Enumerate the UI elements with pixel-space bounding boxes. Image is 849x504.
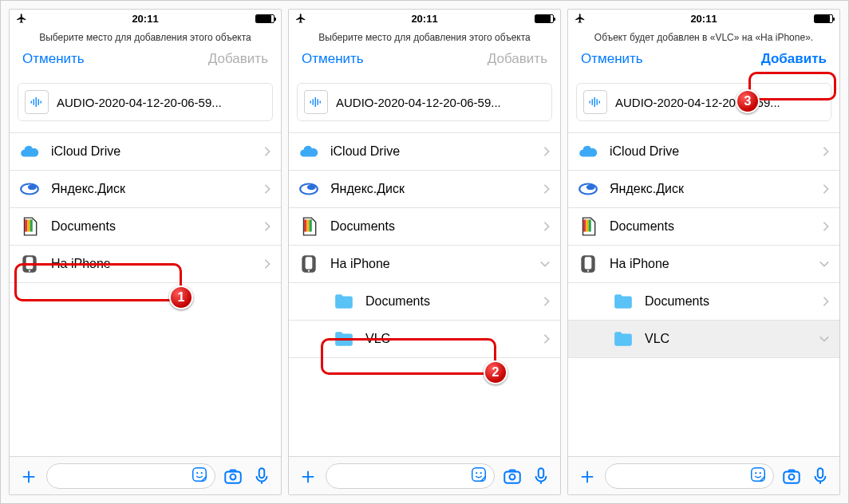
location-label: iCloud Drive [51,144,120,159]
screen-2: 20:11 Выберите место для добавления этог… [288,9,561,495]
location-yandex[interactable]: Яндекс.Диск [10,171,281,208]
chevron-right-icon [263,221,271,232]
plus-button[interactable]: ＋ [18,465,40,487]
location-label: Documents [330,219,395,234]
file-card: AUDIO-2020-04-12-20-06-59... [297,83,552,121]
yandex-disk-icon [19,179,40,199]
svg-rect-3 [38,99,40,105]
svg-rect-1 [34,99,35,105]
file-name: AUDIO-2020-04-12-20-06-59... [336,96,501,109]
status-bar: 20:11 [289,10,560,27]
location-label: iCloud Drive [330,144,400,159]
step-badge: 3 [736,89,760,113]
message-input[interactable] [605,463,774,489]
svg-rect-47 [818,468,823,478]
cancel-button[interactable]: Отменить [576,49,648,69]
subfolder-vlc[interactable]: VLC [568,321,839,358]
cancel-button[interactable]: Отменить [18,49,89,69]
location-documents[interactable]: Documents [10,208,281,246]
location-on-iphone[interactable]: На iPhone [10,246,281,283]
svg-point-14 [231,474,236,479]
svg-point-46 [789,474,795,479]
location-label: На iPhone [330,257,390,271]
location-label: Яндекс.Диск [330,182,405,196]
location-label: Яндекс.Диск [610,182,684,196]
documents-app-icon [298,216,319,237]
microphone-icon[interactable] [530,465,552,487]
svg-point-12 [201,472,203,474]
status-bar: 20:11 [568,10,839,27]
sticker-icon[interactable] [749,466,767,486]
microphone-icon[interactable] [251,465,273,487]
plus-button[interactable]: ＋ [576,465,598,487]
step-badge: 2 [484,360,507,384]
location-yandex[interactable]: Яндекс.Диск [289,171,560,208]
svg-point-25 [308,270,310,272]
location-list: iCloud Drive Яндекс.Диск Documents На iP… [10,132,281,283]
folder-icon [613,329,634,349]
subfolder-documents[interactable]: Documents [568,283,839,321]
iphone-icon [19,254,40,274]
message-input[interactable] [46,463,215,489]
svg-rect-15 [259,468,265,478]
documents-app-icon [578,216,598,237]
location-documents[interactable]: Documents [568,208,839,246]
camera-icon[interactable] [222,465,244,487]
iphone-icon [298,254,319,274]
add-button[interactable]: Добавить [756,49,831,69]
svg-rect-31 [539,468,544,478]
chevron-right-icon [263,258,271,270]
subfolder-label: VLC [365,332,390,346]
camera-icon[interactable] [501,465,523,487]
audio-file-icon [583,90,607,114]
nav-bar: Отменить Добавить [568,49,839,77]
microphone-icon[interactable] [809,465,831,487]
subfolder-vlc[interactable]: VLC [289,321,560,358]
svg-point-30 [510,474,515,479]
nav-bar: Отменить Добавить [289,49,560,77]
message-input[interactable] [326,463,495,489]
battery-icon [535,14,554,23]
yandex-disk-icon [578,179,598,199]
documents-app-icon [19,216,40,237]
add-button: Добавить [203,49,273,69]
cancel-button[interactable]: Отменить [297,49,369,69]
sticker-icon[interactable] [191,466,208,486]
location-on-iphone[interactable]: На iPhone [289,246,560,283]
file-card: AUDIO-2020-04-12-20-06-59... [18,83,273,121]
svg-rect-2 [36,97,38,107]
plus-button[interactable]: ＋ [297,465,319,487]
svg-rect-40 [585,257,592,269]
subfolder-documents[interactable]: Documents [289,283,560,321]
status-time: 20:11 [132,13,158,25]
location-icloud[interactable]: iCloud Drive [289,133,560,171]
sticker-icon[interactable] [470,466,488,486]
airplane-mode-icon [575,13,586,24]
svg-rect-17 [313,99,314,105]
folder-icon [613,291,634,312]
bottom-bar: ＋ [568,456,839,494]
svg-point-41 [587,270,589,272]
svg-point-43 [755,472,756,474]
status-bar: 20:11 [10,10,281,27]
chevron-down-icon [539,260,551,268]
nav-bar: Отменить Добавить [10,49,281,77]
camera-icon[interactable] [780,465,803,487]
chevron-right-icon [263,146,271,157]
iphone-icon [578,254,598,274]
location-documents[interactable]: Documents [289,208,560,246]
status-time: 20:11 [690,13,717,25]
location-icloud[interactable]: iCloud Drive [568,133,839,171]
prompt-text: Выберите место для добавления этого объе… [289,27,560,49]
svg-rect-16 [310,101,312,104]
location-on-iphone[interactable]: На iPhone [568,246,839,283]
chevron-down-icon [819,335,830,343]
audio-file-icon [25,90,49,114]
chevron-right-icon [822,221,830,232]
svg-rect-19 [318,99,319,105]
location-yandex[interactable]: Яндекс.Диск [568,171,839,208]
svg-rect-4 [41,101,42,104]
location-list: iCloud Drive Яндекс.Диск Documents На iP… [568,132,839,358]
location-icloud[interactable]: iCloud Drive [10,133,281,171]
subfolder-label: Documents [365,294,430,309]
